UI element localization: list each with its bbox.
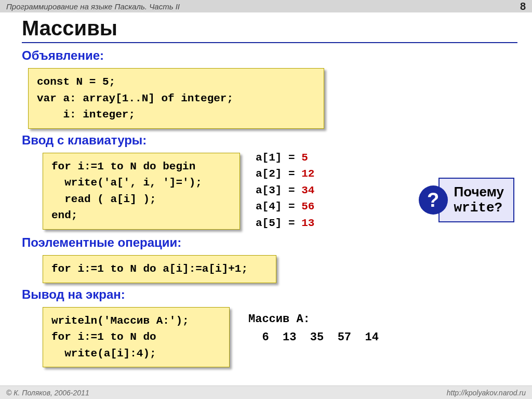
footer-url: http://kpolyakov.narod.ru [447, 389, 526, 397]
output-result-title: Массив A: [248, 310, 379, 328]
section-declaration-heading: Объявление: [22, 48, 517, 63]
question-icon: ? [419, 185, 448, 215]
callout-line2: write? [454, 200, 504, 216]
why-write-callout: ? Почему write? [419, 178, 514, 222]
output-result: Массив A: 6 13 35 57 14 [248, 310, 379, 347]
course-title: Программирование на языке Паскаль. Часть… [6, 2, 180, 11]
code-input: for i:=1 to N do begin write('a[', i, ']… [43, 153, 240, 230]
callout-box: Почему write? [438, 178, 514, 222]
page-number: 8 [520, 1, 526, 12]
sample-input-values: a[1] = 5 a[2] = 12 a[3] = 34 a[4] = 56 a… [256, 150, 314, 232]
slide-header: Программирование на языке Паскаль. Часть… [0, 0, 532, 12]
copyright: © К. Поляков, 2006-2011 [6, 389, 89, 397]
title-underline [22, 42, 517, 43]
code-ops: for i:=1 to N do a[i]:=a[i]+1; [43, 255, 276, 283]
callout-line1: Почему [454, 184, 504, 200]
output-result-values: 6 13 35 57 14 [248, 328, 379, 347]
slide-content: Массивы Объявление: const N = 5; var a: … [0, 12, 532, 367]
slide-title: Массивы [22, 17, 517, 40]
section-input-heading: Ввод с клавиатуры: [22, 133, 517, 148]
code-declaration: const N = 5; var a: array[1..N] of integ… [28, 68, 324, 129]
slide-footer: © К. Поляков, 2006-2011 http://kpolyakov… [0, 385, 532, 399]
code-output: writeln('Массив A:'); for i:=1 to N do w… [43, 307, 230, 368]
section-ops-heading: Поэлементные операции: [22, 235, 517, 250]
section-output-heading: Вывод на экран: [22, 287, 517, 302]
